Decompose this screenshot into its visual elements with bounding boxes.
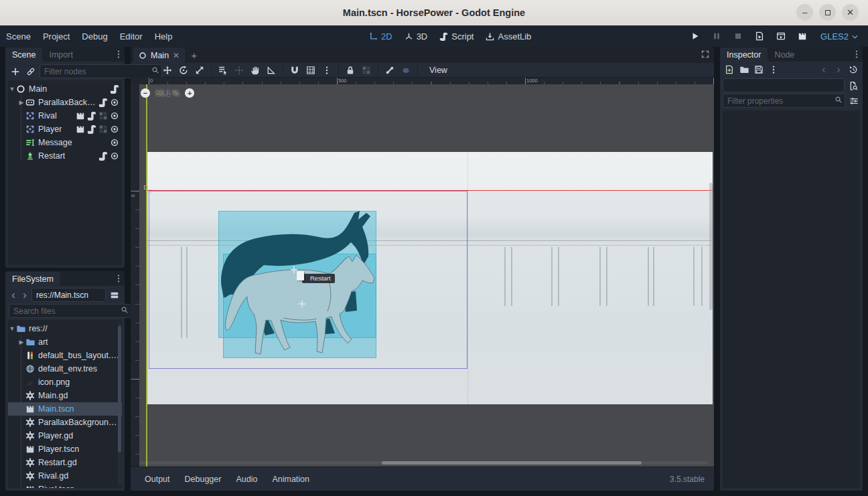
search-files-input[interactable] [9, 304, 131, 318]
new-scene-tab-button[interactable]: + [185, 50, 203, 61]
distraction-free-button[interactable] [701, 50, 710, 59]
tab-filesystem[interactable]: FileSystem [5, 272, 60, 286]
file-row-icon-png[interactable]: icon.png [8, 376, 122, 389]
script-icon[interactable] [87, 111, 96, 120]
open-scene-icon[interactable] [76, 125, 85, 134]
visibility-icon[interactable] [110, 138, 119, 147]
scene-node-restart[interactable]: Restart [8, 149, 122, 163]
rotate-mode-button[interactable] [175, 64, 192, 77]
canvas-vertical-scrollbar[interactable] [709, 183, 713, 310]
open-scene-icon[interactable] [76, 111, 85, 120]
collapse-icon[interactable]: ▼ [8, 86, 16, 92]
group-object-button[interactable] [358, 64, 374, 77]
new-resource-button[interactable] [723, 63, 736, 76]
view-menu-button[interactable]: View [421, 66, 455, 75]
stop-button[interactable] [731, 29, 745, 43]
scene-node-parallaxbackground[interactable]: ▶ ParallaxBackground [8, 96, 122, 109]
visibility-icon[interactable] [110, 151, 119, 161]
close-tab-icon[interactable]: ✕ [173, 51, 179, 60]
script-icon[interactable] [98, 98, 108, 107]
file-row-rival-gd[interactable]: Rival.gd [8, 469, 122, 483]
pan-mode-button[interactable] [247, 64, 263, 77]
menu-editor[interactable]: Editor [114, 29, 149, 44]
save-resource-button[interactable] [752, 63, 766, 76]
script-icon[interactable] [87, 125, 96, 134]
tab-import[interactable]: Import [42, 48, 79, 62]
filter-nodes-input[interactable] [40, 64, 162, 78]
menu-scene[interactable]: Scene [0, 29, 37, 44]
file-row-default-bus-layout[interactable]: default_bus_layout.tres [8, 349, 122, 362]
history-back-button[interactable]: ‹ [9, 288, 18, 302]
visibility-icon[interactable] [110, 98, 119, 107]
close-button[interactable]: ✕ [842, 4, 859, 21]
play-button[interactable] [688, 29, 703, 43]
ik-chain-button[interactable] [398, 64, 414, 77]
file-row-res[interactable]: ▼ res:// [8, 322, 122, 335]
scene-node-rival[interactable]: Rival [8, 109, 122, 122]
position-gizmo[interactable] [299, 301, 305, 307]
file-row-main-tscn[interactable]: Main.tscn [8, 402, 122, 416]
output-panel-button[interactable]: Output [137, 472, 177, 487]
workspace-3d[interactable]: 3D [405, 31, 428, 42]
snap-options-button[interactable] [319, 64, 335, 77]
workspace-2d[interactable]: 2D [369, 31, 392, 42]
expand-icon[interactable]: ▶ [17, 99, 25, 106]
lock-object-button[interactable] [342, 64, 358, 77]
menu-debug[interactable]: Debug [76, 29, 113, 44]
file-row-art[interactable]: ▶ art [8, 335, 122, 349]
file-row-player-tscn[interactable]: Player.tscn [8, 442, 122, 456]
list-select-button[interactable] [215, 64, 231, 77]
history-forward-button[interactable]: › [832, 63, 845, 76]
movie-button[interactable] [795, 29, 810, 43]
instance-scene-button[interactable] [24, 65, 38, 78]
audio-panel-button[interactable]: Audio [228, 472, 265, 487]
group-icon[interactable] [98, 111, 108, 120]
filesystem-scrollbar[interactable] [118, 323, 121, 485]
file-row-rival-tscn[interactable]: Rival.tscn [8, 483, 122, 488]
debugger-panel-button[interactable]: Debugger [177, 472, 229, 487]
visibility-icon[interactable] [110, 125, 119, 134]
scene-node-message[interactable]: Message [8, 136, 122, 149]
play-scene-button[interactable] [752, 29, 767, 43]
scene-node-player[interactable]: Player [8, 122, 122, 136]
expand-icon[interactable]: ▶ [17, 339, 25, 345]
file-row-restart-gd[interactable]: Restart.gd [8, 456, 122, 469]
file-row-main-gd[interactable]: Main.gd [8, 389, 122, 402]
minimize-button[interactable]: – [796, 4, 813, 21]
play-custom-scene-button[interactable] [774, 29, 788, 43]
use-snap-button[interactable] [287, 64, 303, 77]
history-forward-button[interactable]: › [20, 288, 29, 302]
dock-menu-button[interactable] [114, 47, 123, 62]
zoom-out-button[interactable]: − [141, 88, 150, 98]
resource-options-button[interactable] [767, 63, 780, 76]
pivot-mode-button[interactable] [231, 64, 247, 77]
open-docs-button[interactable] [847, 79, 860, 92]
property-tools-button[interactable] [847, 94, 861, 108]
file-row-default-env[interactable]: default_env.tres [8, 362, 122, 376]
filter-properties-input[interactable] [723, 94, 845, 108]
canvas-horizontal-scrollbar[interactable] [382, 461, 642, 465]
resource-name-field[interactable] [723, 78, 845, 92]
scene-tab-main[interactable]: Main ✕ [133, 48, 185, 63]
menu-help[interactable]: Help [149, 29, 179, 44]
zoom-level[interactable]: 56.1 % [156, 89, 179, 97]
tab-node[interactable]: Node [768, 48, 801, 62]
scale-mode-button[interactable] [192, 64, 208, 77]
viewport-canvas[interactable]: 0 500 1000 0 [131, 78, 714, 467]
menu-project[interactable]: Project [37, 29, 76, 44]
tab-inspector[interactable]: Inspector [720, 48, 768, 62]
visibility-icon[interactable] [110, 111, 119, 120]
maximize-button[interactable] [819, 4, 836, 21]
pause-button[interactable] [709, 29, 724, 43]
grid-snap-button[interactable] [303, 64, 319, 77]
zoom-in-button[interactable]: + [185, 88, 194, 98]
scene-node-main[interactable]: ▼ Main [8, 82, 122, 96]
restart-node-gizmo-icon[interactable] [297, 271, 304, 280]
skeleton-options-button[interactable] [382, 64, 398, 77]
video-driver-dropdown[interactable]: GLES2 [820, 31, 859, 42]
collapse-icon[interactable]: ▼ [8, 325, 16, 332]
tab-scene[interactable]: Scene [5, 48, 42, 62]
dock-menu-button[interactable] [852, 47, 861, 62]
group-icon[interactable] [98, 125, 108, 134]
split-view-button[interactable] [108, 288, 121, 302]
